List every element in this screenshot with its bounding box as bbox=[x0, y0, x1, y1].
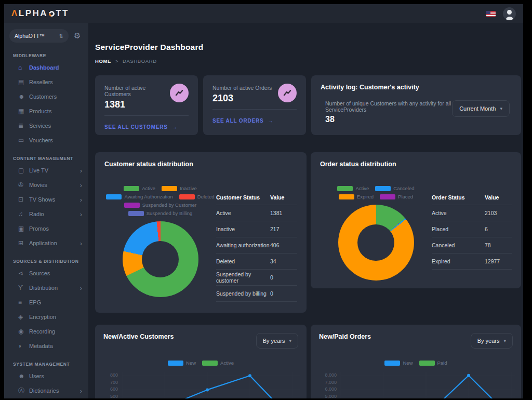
sidebar-item-label: Live TV bbox=[29, 167, 48, 174]
sidebar-item-application[interactable]: ⊞Application› bbox=[4, 236, 88, 250]
legend-item-active: Active bbox=[337, 185, 369, 191]
table-row: Canceled78 bbox=[432, 237, 512, 254]
distribution-fork-icon: ϒ bbox=[18, 284, 29, 291]
table-row: Suspended by customer0 bbox=[216, 270, 297, 286]
legend-color-chip bbox=[168, 361, 183, 366]
legend-label: Active bbox=[355, 185, 369, 191]
sidebar-item-label: Users bbox=[29, 373, 44, 379]
sidebar-item-services[interactable]: ≣Services bbox=[4, 118, 88, 133]
orders-chart-legend: NewPaid bbox=[319, 360, 513, 366]
by-years-dropdown[interactable]: By years ▾ bbox=[256, 333, 298, 349]
sidebar-item-movies[interactable]: ✇Movies› bbox=[4, 178, 88, 192]
y-axis-tick-label: 7,000 bbox=[322, 380, 337, 385]
language-flag-icon[interactable] bbox=[486, 11, 496, 17]
sidebar-item-dashboard[interactable]: ⌂Dashboard bbox=[4, 60, 88, 75]
legend-label: Expired bbox=[357, 194, 374, 199]
legend-color-chip bbox=[380, 194, 395, 199]
sidebar-item-label: Metadata bbox=[29, 343, 53, 349]
sidebar-item-radio[interactable]: ♫Radio› bbox=[4, 207, 88, 221]
breadcrumb-home-link[interactable]: HOME bbox=[95, 58, 111, 64]
sidebar-item-label: Promos bbox=[29, 225, 49, 232]
app-window: ΛLPHATT AlphaOTT™ ⇅ ⚙ MIDDLEWARE⌂Dashboa… bbox=[4, 4, 523, 398]
table-row: Suspended by billing0 bbox=[216, 286, 297, 302]
sidebar-item-live-tv[interactable]: ▢Live TV› bbox=[4, 163, 88, 178]
sidebar-item-label: Vouchers bbox=[29, 137, 53, 143]
logo-text: LPHA bbox=[19, 8, 48, 19]
order-status-table: Order StatusValueActive2103Placed6Cancel… bbox=[432, 190, 512, 281]
sidebar-item-promos[interactable]: ▣Promos bbox=[4, 221, 88, 236]
sidebar-item-epg[interactable]: ≡EPG bbox=[4, 295, 88, 310]
sidebar-item-label: Resellers bbox=[29, 79, 53, 85]
recording-icon: ◉ bbox=[18, 328, 29, 335]
table-row: Expired12977 bbox=[432, 254, 512, 270]
chevron-right-icon: › bbox=[80, 210, 82, 218]
caret-down-icon: ▾ bbox=[503, 338, 506, 343]
vouchers-ticket-icon: ▭ bbox=[18, 137, 29, 144]
legend-label: New bbox=[186, 360, 196, 366]
application-grid-icon: ⊞ bbox=[18, 239, 29, 247]
sidebar-item-products[interactable]: ▦Products bbox=[4, 104, 88, 118]
line-chart-svg bbox=[322, 370, 515, 398]
sidebar-item-label: Application bbox=[29, 240, 57, 246]
sidebar-item-label: Encryption bbox=[29, 314, 56, 320]
sidebar-section-help-center: HELP CENTER bbox=[4, 398, 88, 398]
see-all-customers-link[interactable]: SEE ALL CUSTOMERS → bbox=[104, 124, 189, 130]
activity-log-title: Activity log: Customer's activity bbox=[321, 84, 512, 91]
workspace-row: AlphaOTT™ ⇅ ⚙ bbox=[4, 23, 88, 45]
customer-status-table: Customer StatusValueActive1381Inactive21… bbox=[216, 190, 297, 302]
page-title: ServiceProvider Dashboard bbox=[95, 43, 521, 52]
table-row: Active2103 bbox=[432, 205, 512, 221]
legend-item-active: Active bbox=[124, 185, 155, 191]
card-title: Customer status distribution bbox=[104, 161, 297, 168]
sidebar-item-tv-shows[interactable]: ⊡TV Shows› bbox=[4, 192, 88, 207]
arrow-right-icon: → bbox=[268, 118, 273, 124]
arrow-right-icon: → bbox=[172, 124, 178, 130]
sidebar-item-vouchers[interactable]: ▭Vouchers bbox=[4, 133, 88, 148]
by-years-dropdown[interactable]: By years ▾ bbox=[471, 333, 513, 349]
y-axis-tick-label: 600 bbox=[107, 386, 118, 392]
card-title: New/Active Customers bbox=[103, 333, 174, 340]
sidebar-item-users[interactable]: ☻Users bbox=[4, 369, 88, 383]
sidebar-item-encryption[interactable]: ◈Encryption bbox=[4, 310, 88, 324]
logo-text-tt: TT bbox=[56, 8, 69, 19]
workspace-select[interactable]: AlphaOTT™ ⇅ bbox=[9, 29, 69, 43]
settings-gear-icon[interactable]: ⚙ bbox=[74, 31, 81, 41]
legend-item-suspended-by-billing: Suspended by Billing bbox=[128, 210, 193, 216]
legend-color-chip bbox=[179, 194, 195, 199]
user-avatar[interactable] bbox=[503, 7, 516, 20]
current-month-dropdown[interactable]: Current Month ▾ bbox=[452, 100, 510, 117]
live-tv-icon: ▢ bbox=[18, 167, 29, 174]
sidebar-item-label: Services bbox=[29, 123, 51, 129]
see-all-orders-link[interactable]: SEE ALL ORDERS → bbox=[212, 118, 297, 124]
customers-icon: ☻ bbox=[18, 93, 29, 100]
sidebar-nav: MIDDLEWARE⌂Dashboard▤Resellers☻Customers… bbox=[4, 45, 88, 398]
sidebar: AlphaOTT™ ⇅ ⚙ MIDDLEWARE⌂Dashboard▤Resel… bbox=[4, 23, 88, 398]
legend-item-placed: Placed bbox=[380, 194, 413, 199]
legend-color-chip bbox=[162, 186, 177, 191]
sidebar-item-dictionaries[interactable]: ⒶDictionaries› bbox=[4, 383, 88, 398]
order-status-card: Order status distribution ActiveCanceled… bbox=[311, 152, 521, 288]
breadcrumb: HOME > DASHBOARD bbox=[95, 58, 521, 64]
chevron-right-icon: › bbox=[80, 181, 82, 189]
table-header-row: Customer StatusValue bbox=[216, 190, 297, 205]
stat-label: Number of active Orders bbox=[212, 85, 272, 91]
customer-status-donut bbox=[123, 221, 198, 297]
chevron-right-icon: › bbox=[80, 167, 82, 175]
legend-color-chip bbox=[124, 203, 140, 208]
y-axis-tick-label: 800 bbox=[107, 372, 118, 378]
sidebar-item-sources[interactable]: ⋖Sources bbox=[4, 266, 88, 281]
sidebar-item-distribution[interactable]: ϒDistribution› bbox=[4, 281, 88, 295]
sidebar-item-recording[interactable]: ◉Recording bbox=[4, 324, 88, 339]
sidebar-item-resellers[interactable]: ▤Resellers bbox=[4, 75, 88, 89]
table-row: Deleted34 bbox=[216, 254, 297, 270]
new-active-customers-card: New/Active Customers By years ▾ NewActiv… bbox=[95, 325, 307, 398]
sidebar-item-customers[interactable]: ☻Customers bbox=[4, 89, 88, 104]
stat-value: 1381 bbox=[104, 99, 170, 110]
sidebar-section-middleware: MIDDLEWARE bbox=[4, 45, 88, 60]
sidebar-item-metadata[interactable]: ◗Metadata bbox=[4, 339, 88, 353]
chevron-right-icon: › bbox=[80, 239, 82, 247]
sidebar-item-label: EPG bbox=[29, 299, 41, 305]
customers-chart-legend: NewActive bbox=[103, 360, 298, 366]
trending-chart-icon bbox=[278, 84, 297, 102]
y-axis-tick-label: 5,000 bbox=[322, 394, 337, 399]
